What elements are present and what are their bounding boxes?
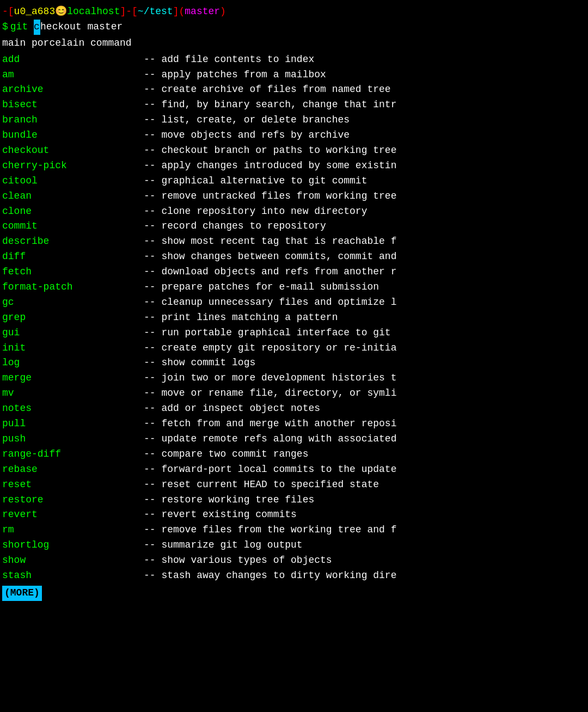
prompt-line: -[u0_a683😊localhost]-[~/test](master) [2, 4, 586, 20]
table-row: restore-- restore working tree files [2, 493, 586, 508]
cmd-name: clone [2, 204, 144, 219]
cmd-name: diff [2, 249, 144, 265]
table-row: notes-- add or inspect object notes [2, 401, 586, 416]
cmd-name: cherry-pick [2, 158, 144, 174]
table-row: bisect-- find, by binary search, change … [2, 97, 586, 113]
table-row: bundle-- move objects and refs by archiv… [2, 128, 586, 143]
cmd-desc: -- graphical alternative to git commit [144, 174, 367, 189]
table-row: cherry-pick-- apply changes introduced b… [2, 158, 586, 174]
prompt-emoji: 😊 [55, 4, 67, 20]
cmd-desc: -- reset current HEAD to specified state [144, 477, 379, 493]
table-row: range-diff-- compare two commit ranges [2, 447, 586, 462]
cmd-desc: -- revert existing commits [144, 507, 297, 523]
cmd-desc: -- compare two commit ranges [144, 447, 308, 462]
cmd-desc: -- download objects and refs from anothe… [144, 265, 396, 280]
cmd-name: format-patch [2, 280, 144, 295]
prompt-host: localhost [67, 4, 120, 20]
cmd-name: stash [2, 568, 144, 584]
cmd-name: reset [2, 477, 144, 493]
table-row: reset-- reset current HEAD to specified … [2, 477, 586, 493]
cmd-desc: -- restore working tree files [144, 493, 314, 508]
prompt-user: u0_a683 [14, 4, 56, 20]
table-row: am-- apply patches from a mailbox [2, 67, 586, 83]
table-row: rm-- remove files from the working tree … [2, 523, 586, 538]
table-row: show-- show various types of objects [2, 553, 586, 568]
cmd-desc: -- create archive of files from named tr… [144, 82, 391, 97]
cmd-desc: -- apply patches from a mailbox [144, 67, 326, 83]
more-indicator: (MORE) [2, 584, 586, 601]
prompt-branch: master [185, 4, 220, 20]
cmd-desc: -- checkout branch or paths to working t… [144, 143, 396, 158]
terminal: -[u0_a683😊localhost]-[~/test](master) $ … [2, 4, 586, 601]
cmd-name: am [2, 67, 144, 83]
cmd-name: notes [2, 401, 144, 416]
cmd-git: git [10, 20, 28, 35]
prompt-dollar: $ [2, 20, 8, 35]
cmd-name: clean [2, 189, 144, 204]
cmd-name: shortlog [2, 538, 144, 553]
cmd-desc: -- show most recent tag that is reachabl… [144, 234, 396, 249]
cmd-name: rm [2, 523, 144, 538]
command-list: add-- add file contents to indexam-- app… [2, 52, 586, 584]
cmd-desc: -- add or inspect object notes [144, 401, 320, 416]
cmd-desc: -- remove untracked files from working t… [144, 189, 396, 204]
cmd-desc: -- show changes between commits, commit … [144, 249, 396, 265]
cmd-desc: -- clone repository into new directory [144, 204, 367, 219]
cmd-name: pull [2, 416, 144, 432]
cmd-name: merge [2, 371, 144, 386]
cmd-desc: -- show various types of objects [144, 553, 332, 568]
prompt-dash2: ]( [173, 4, 185, 20]
cmd-name: grep [2, 310, 144, 326]
cmd-name: range-diff [2, 447, 144, 462]
table-row: grep-- print lines matching a pattern [2, 310, 586, 326]
cmd-name: add [2, 52, 144, 67]
cmd-desc: -- add file contents to index [144, 52, 314, 67]
table-row: archive-- create archive of files from n… [2, 82, 586, 97]
table-row: format-patch-- prepare patches for e-mai… [2, 280, 586, 295]
cmd-name: gc [2, 295, 144, 310]
table-row: commit-- record changes to repository [2, 219, 586, 234]
cmd-desc: -- stash away changes to dirty working d… [144, 568, 396, 584]
more-label: (MORE) [2, 586, 42, 601]
cmd-rest: heckout master [40, 20, 122, 35]
cmd-desc: -- summarize git log output [144, 538, 303, 553]
cmd-desc: -- find, by binary search, change that i… [144, 97, 396, 113]
cmd-desc: -- show commit logs [144, 355, 255, 371]
cmd-name: describe [2, 234, 144, 249]
cmd-desc: -- prepare patches for e-mail submission [144, 280, 379, 295]
cmd-desc: -- list, create, or delete branches [144, 113, 350, 128]
cmd-desc: -- apply changes introduced by some exis… [144, 158, 396, 174]
cmd-name: restore [2, 493, 144, 508]
cmd-name: show [2, 553, 144, 568]
table-row: push-- update remote refs along with ass… [2, 432, 586, 447]
cmd-desc: -- print lines matching a pattern [144, 310, 338, 326]
section-header: main porcelain command [2, 36, 586, 51]
table-row: init-- create empty git repository or re… [2, 341, 586, 356]
cmd-name: fetch [2, 265, 144, 280]
table-row: citool-- graphical alternative to git co… [2, 174, 586, 189]
table-row: add-- add file contents to index [2, 52, 586, 67]
table-row: stash-- stash away changes to dirty work… [2, 568, 586, 584]
prompt-bracket-right: ) [220, 4, 226, 20]
cmd-desc: -- run portable graphical interface to g… [144, 326, 391, 341]
table-row: fetch-- download objects and refs from a… [2, 265, 586, 280]
table-row: rebase-- forward-port local commits to t… [2, 462, 586, 477]
table-row: checkout-- checkout branch or paths to w… [2, 143, 586, 158]
cmd-name: init [2, 341, 144, 356]
cmd-name: commit [2, 219, 144, 234]
cmd-desc: -- join two or more development historie… [144, 371, 396, 386]
table-row: describe-- show most recent tag that is … [2, 234, 586, 249]
cmd-desc: -- move or rename file, directory, or sy… [144, 386, 396, 401]
cmd-name: mv [2, 386, 144, 401]
cmd-name: push [2, 432, 144, 447]
cmd-desc: -- update remote refs along with associa… [144, 432, 396, 447]
table-row: log-- show commit logs [2, 355, 586, 371]
cmd-desc: -- create empty git repository or re-ini… [144, 341, 396, 356]
table-row: diff-- show changes between commits, com… [2, 249, 586, 265]
cmd-name: checkout [2, 143, 144, 158]
command-line: $ git checkout master [2, 20, 586, 35]
cmd-cursor: c [34, 20, 40, 35]
table-row: mv-- move or rename file, directory, or … [2, 386, 586, 401]
cmd-name: log [2, 355, 144, 371]
table-row: gc-- cleanup unnecessary files and optim… [2, 295, 586, 310]
